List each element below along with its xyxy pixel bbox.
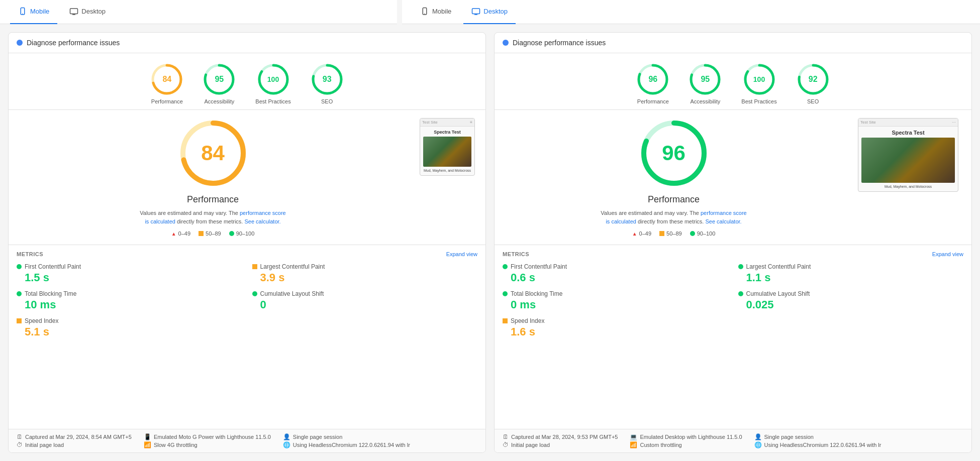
right-screenshot-title: Spectra Test (861, 130, 955, 136)
right-legend: ▲ 0–49 50–89 90–100 (632, 230, 716, 237)
svg-rect-7 (472, 9, 480, 14)
right-footer-line1-0: Captured at Mar 28, 2024, 9:53 PM GMT+5 (511, 434, 618, 440)
right-acc-circle: 95 (689, 63, 721, 95)
left-seo-value: 93 (323, 75, 332, 84)
mobile-tab-left[interactable]: Mobile (10, 0, 57, 24)
left-footer: 🗓 Captured at Mar 29, 2024, 8:54 AM GMT+… (9, 429, 485, 452)
right-si-name-row: Speed Index (503, 317, 728, 324)
right-metrics: METRICS Expand view First Contentful Pai… (495, 245, 971, 429)
left-perf-desc: Values are estimated and may vary. The p… (138, 209, 288, 225)
svg-point-6 (424, 13, 425, 14)
left-desc-text2: directly from these metrics. (177, 218, 243, 224)
left-legend-orange-icon (199, 231, 204, 236)
left-footer-item-1: 📱 Emulated Moto G Power with Lighthouse … (144, 433, 271, 448)
left-tbt-name-row: Total Blocking Time (17, 290, 242, 297)
left-legend-green: 90–100 (229, 230, 255, 237)
right-screenshot-preview: Test Site ⋯ Spectra Test Mud, Mayhem, an… (858, 118, 958, 192)
left-perf-link2[interactable]: See calculator. (244, 218, 280, 224)
right-si-name: Speed Index (511, 317, 544, 324)
left-screenshot-body: Spectra Test Mud, Mayhem, and Motocross (420, 127, 474, 175)
right-metric-si: Speed Index 1.6 s (503, 317, 728, 338)
desktop-tab-label-left: Desktop (81, 8, 106, 15)
left-si-name: Speed Index (25, 317, 58, 324)
left-metrics-grid: First Contentful Paint 1.5 s Largest Con… (17, 263, 477, 338)
right-score-bestpractices: 100 Best Practices (741, 63, 776, 104)
right-perf-value: 96 (648, 75, 657, 84)
right-metrics-grid: First Contentful Paint 0.6 s Largest Con… (503, 263, 963, 338)
left-metric-si: Speed Index 5.1 s (17, 317, 242, 338)
right-legend-orange-range: 50–89 (666, 230, 682, 237)
right-screenshot-img (861, 138, 955, 183)
left-lcp-name-row: Largest Contentful Paint (252, 263, 478, 270)
right-legend-green-range: 90–100 (697, 230, 716, 237)
right-lcp-name: Largest Contentful Paint (746, 263, 811, 270)
right-legend-red: ▲ 0–49 (632, 230, 651, 237)
right-metric-fcp: First Contentful Paint 0.6 s (503, 263, 728, 284)
left-panel-header: Diagnose performance issues (9, 33, 485, 53)
left-screenshot-caption: Mud, Mayhem, and Motocross (423, 169, 471, 172)
right-screenshot-body: Spectra Test Mud, Mayhem, and Motocross (858, 127, 958, 191)
left-score-seo: 93 SEO (311, 63, 343, 104)
left-legend-red: ▲ 0–49 (171, 230, 190, 237)
left-metric-tbt: Total Blocking Time 10 ms (17, 290, 242, 311)
left-cls-name: Cumulative Layout Shift (260, 290, 324, 297)
left-footer-row-1b: 📶 Slow 4G throttling (144, 441, 271, 448)
right-lcp-value: 1.1 s (746, 271, 964, 284)
left-fcp-name-row: First Contentful Paint (17, 263, 242, 270)
right-footer-item-2: 👤 Single page session 🌐 Using HeadlessCh… (754, 433, 881, 448)
right-legend-orange: 50–89 (659, 230, 682, 237)
right-fcp-name: First Contentful Paint (511, 263, 567, 270)
left-legend-orange: 50–89 (199, 230, 221, 237)
left-cls-dot (252, 291, 257, 296)
right-seo-label: SEO (807, 98, 819, 104)
right-footer-line2-2: Using HeadlessChromium 122.0.6261.94 wit… (764, 442, 881, 448)
desktop-tab-right[interactable]: Desktop (463, 0, 516, 24)
right-expand-view[interactable]: Expand view (932, 251, 963, 257)
right-legend-red-range: 0–49 (639, 230, 651, 237)
right-metric-tbt: Total Blocking Time 0 ms (503, 290, 728, 311)
mobile-tab-right[interactable]: Mobile (412, 0, 459, 24)
right-screenshot-caption: Mud, Mayhem, and Motocross (861, 185, 955, 188)
left-bp-circle: 100 (257, 63, 289, 95)
left-bp-label: Best Practices (255, 98, 290, 104)
left-footer-icon-0: 🗓 (17, 433, 23, 440)
left-si-value: 5.1 s (25, 325, 242, 338)
right-footer-row-0b: ⏱ Initial page load (503, 441, 618, 448)
right-perf-left: 96 Performance Values are estimated and … (503, 118, 845, 237)
left-score-performance: 84 Performance (151, 63, 183, 104)
left-footer-line2-0: Initial page load (25, 442, 64, 448)
left-cls-name-row: Cumulative Layout Shift (252, 290, 478, 297)
left-metric-lcp: Largest Contentful Paint 3.9 s (252, 263, 478, 284)
right-big-score: 96 (662, 141, 685, 165)
right-metrics-header: METRICS Expand view (503, 251, 963, 257)
left-acc-circle: 95 (203, 63, 235, 95)
mobile-tab-label-right: Mobile (432, 8, 451, 15)
mobile-icon-left (18, 7, 27, 16)
left-legend-red-range: 0–49 (178, 230, 190, 237)
left-footer-row-1a: 📱 Emulated Moto G Power with Lighthouse … (144, 433, 271, 440)
right-panel: Diagnose performance issues 96 Performan… (494, 32, 972, 453)
left-screenshot-preview: Test Site ≡ Spectra Test Mud, Mayhem, an… (420, 118, 475, 176)
right-footer-wifi-1: 📶 (630, 441, 637, 448)
left-legend-green-icon (229, 231, 234, 236)
svg-rect-2 (70, 9, 78, 14)
left-panel: Diagnose performance issues 84 Performan… (8, 32, 486, 453)
desktop-tab-left[interactable]: Desktop (61, 0, 114, 24)
right-perf-link2[interactable]: See calculator. (705, 218, 741, 224)
right-perf-circle: 96 (637, 63, 669, 95)
left-cls-value: 0 (260, 298, 478, 311)
right-perf-label: Performance (637, 98, 669, 104)
left-footer-item-0: 🗓 Captured at Mar 29, 2024, 8:54 AM GMT+… (17, 433, 132, 448)
right-screenshot: Test Site ⋯ Spectra Test Mud, Mayhem, an… (853, 118, 963, 237)
left-fcp-name: First Contentful Paint (25, 263, 81, 270)
mobile-tab-label-left: Mobile (30, 8, 49, 15)
right-bp-circle: 100 (743, 63, 775, 95)
right-desc-text1: Values are estimated and may vary. The (601, 210, 699, 216)
svg-point-1 (22, 13, 23, 14)
left-expand-view[interactable]: Expand view (446, 251, 477, 257)
left-footer-chrome-2: 🌐 (283, 441, 290, 448)
right-tbt-value: 0 ms (511, 298, 728, 311)
left-desc-text1: Values are estimated and may vary. The (140, 210, 238, 216)
left-footer-line1-1: Emulated Moto G Power with Lighthouse 11… (154, 434, 271, 440)
left-metrics: METRICS Expand view First Contentful Pai… (9, 245, 485, 429)
